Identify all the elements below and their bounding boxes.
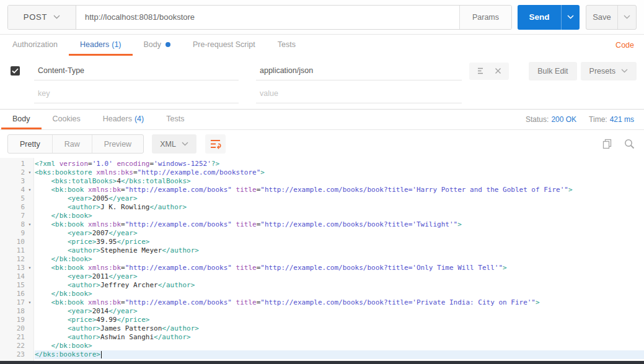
tab-label: Tests bbox=[166, 115, 184, 123]
line-number: 23 bbox=[0, 350, 25, 359]
send-label: Send bbox=[529, 12, 549, 22]
new-header-key-input[interactable]: key bbox=[34, 84, 239, 103]
code-line-13[interactable]: 13▾ <bk:book xmlns:bk="http://example.co… bbox=[0, 264, 644, 272]
tab-body[interactable]: Body bbox=[133, 35, 182, 56]
presets-button[interactable]: Presets bbox=[581, 62, 637, 80]
tab-pre-request-script[interactable]: Pre-request Script bbox=[182, 35, 267, 56]
code-link[interactable]: Code bbox=[607, 35, 643, 56]
params-button[interactable]: Params bbox=[459, 6, 511, 29]
line-number: 4 bbox=[0, 186, 25, 194]
line-number: 9 bbox=[0, 229, 25, 238]
fold-gutter bbox=[25, 229, 35, 238]
copy-button[interactable] bbox=[599, 137, 614, 152]
wrap-text-icon bbox=[210, 139, 221, 149]
code-line-18[interactable]: 18 <year>2014</year> bbox=[0, 307, 644, 316]
view-mode-raw-button[interactable]: Raw bbox=[52, 135, 92, 153]
code-line-9[interactable]: 9 <year>2007</year> bbox=[0, 229, 644, 238]
view-mode-pretty-button[interactable]: Pretty bbox=[8, 135, 52, 153]
response-toolbar: PrettyRawPreview XML bbox=[0, 130, 644, 158]
request-bar: POST http://localhost:8081/bookstore Par… bbox=[0, 0, 644, 35]
wrap-text-button[interactable] bbox=[205, 134, 226, 154]
fold-gutter bbox=[25, 307, 35, 316]
code-line-5[interactable]: 5 <year>2005</year> bbox=[0, 194, 644, 203]
save-button[interactable]: Save bbox=[586, 6, 617, 29]
code-text: <bk:book xmlns:bk="http://example.com/bo… bbox=[35, 298, 644, 307]
header-value-input[interactable]: application/json bbox=[256, 61, 462, 80]
fold-arrow-icon[interactable]: ▾ bbox=[25, 186, 35, 194]
row-menu-button[interactable] bbox=[477, 67, 485, 74]
code-line-11[interactable]: 11 <author>Stephenie Meyer</author> bbox=[0, 246, 644, 255]
new-header-value-input[interactable]: value bbox=[256, 84, 462, 103]
view-mode-group: PrettyRawPreview bbox=[7, 134, 144, 154]
code-text: <price>39.95</price> bbox=[35, 238, 644, 246]
code-line-14[interactable]: 14 <year>2011</year> bbox=[0, 272, 644, 281]
code-line-7[interactable]: 7 </bk:book> bbox=[0, 212, 644, 220]
fold-gutter bbox=[25, 238, 35, 246]
code-line-3[interactable]: 3 <bks:totalBooks>4</bks:totalBooks> bbox=[0, 177, 644, 186]
tab-cookies[interactable]: Cookies bbox=[42, 110, 92, 129]
code-text: <author>Jeffrey Archer</author> bbox=[35, 281, 644, 290]
search-button[interactable] bbox=[622, 137, 637, 152]
view-mode-preview-button[interactable]: Preview bbox=[92, 135, 143, 153]
code-text: </bk:book> bbox=[35, 290, 644, 298]
header-key-value: Content-Type bbox=[38, 66, 84, 75]
method-dropdown[interactable]: POST bbox=[8, 6, 76, 29]
code-line-15[interactable]: 15 <author>Jeffrey Archer</author> bbox=[0, 281, 644, 290]
code-line-22[interactable]: 22 </bk:book> bbox=[0, 342, 644, 350]
code-line-16[interactable]: 16 </bk:book> bbox=[0, 290, 644, 298]
code-line-4[interactable]: 4▾ <bk:book xmlns:bk="http://example.com… bbox=[0, 186, 644, 194]
code-line-1[interactable]: 1<?xml version='1.0' encoding='windows-1… bbox=[0, 160, 644, 168]
line-number: 2 bbox=[0, 168, 25, 177]
line-number: 3 bbox=[0, 177, 25, 186]
line-number: 14 bbox=[0, 272, 25, 281]
url-input[interactable]: http://localhost:8081/bookstore bbox=[76, 6, 459, 29]
code-line-10[interactable]: 10 <price>39.95</price> bbox=[0, 238, 644, 246]
tab-authorization[interactable]: Authorization bbox=[1, 35, 69, 56]
code-line-23[interactable]: 23</bks:bookstore> bbox=[0, 350, 644, 359]
fold-gutter bbox=[25, 290, 35, 298]
fold-arrow-icon[interactable]: ▾ bbox=[25, 298, 35, 307]
code-line-21[interactable]: 21 <author>Ashwin Sanghi</author> bbox=[0, 333, 644, 342]
code-editor[interactable]: 1<?xml version='1.0' encoding='windows-1… bbox=[0, 158, 644, 361]
line-number: 17 bbox=[0, 298, 25, 307]
format-dropdown[interactable]: XML bbox=[152, 134, 196, 154]
text-cursor bbox=[101, 351, 102, 358]
code-line-2[interactable]: 2▾<bks:bookstore xmlns:bks="http://examp… bbox=[0, 168, 644, 177]
chevron-down-icon bbox=[624, 15, 630, 19]
bulk-edit-label: Bulk Edit bbox=[537, 67, 568, 76]
tab-body[interactable]: Body bbox=[1, 110, 42, 129]
tab-headers[interactable]: Headers(1) bbox=[69, 35, 133, 56]
tab-tests[interactable]: Tests bbox=[267, 35, 307, 56]
save-dropdown-button[interactable] bbox=[617, 6, 636, 29]
fold-arrow-icon[interactable]: ▾ bbox=[25, 264, 35, 272]
line-number: 7 bbox=[0, 212, 25, 220]
status-label: Status: bbox=[526, 115, 549, 124]
header-checkbox[interactable] bbox=[11, 66, 20, 76]
bulk-edit-button[interactable]: Bulk Edit bbox=[529, 62, 576, 80]
format-label: XML bbox=[160, 140, 176, 149]
code-text: <author>Stephenie Meyer</author> bbox=[35, 246, 644, 255]
fold-arrow-icon[interactable]: ▾ bbox=[25, 168, 35, 177]
send-dropdown-button[interactable] bbox=[561, 5, 580, 30]
code-line-20[interactable]: 20 <author>James Patterson</author> bbox=[0, 324, 644, 333]
tab-tests[interactable]: Tests bbox=[155, 110, 195, 129]
code-line-6[interactable]: 6 <author>J K. Rowling</author> bbox=[0, 203, 644, 212]
time-label: Time: bbox=[589, 115, 607, 124]
response-meta: Status:200 OK Time:421 ms bbox=[526, 110, 643, 129]
fold-gutter bbox=[25, 212, 35, 220]
chevron-down-icon bbox=[567, 15, 574, 19]
tab-label: Headers bbox=[103, 115, 132, 123]
headers-editor: Content-Type application/json Bulk Edit … bbox=[0, 56, 644, 109]
fold-gutter bbox=[25, 324, 35, 333]
line-number: 20 bbox=[0, 324, 25, 333]
fold-gutter bbox=[25, 160, 35, 168]
header-key-input[interactable]: Content-Type bbox=[34, 61, 239, 80]
send-button[interactable]: Send bbox=[518, 5, 561, 30]
code-line-17[interactable]: 17▾ <bk:book xmlns:bk="http://example.co… bbox=[0, 298, 644, 307]
code-line-12[interactable]: 12 </bk:book> bbox=[0, 255, 644, 264]
code-line-19[interactable]: 19 <price>49.99</price> bbox=[0, 316, 644, 324]
fold-arrow-icon[interactable]: ▾ bbox=[25, 220, 35, 229]
code-line-8[interactable]: 8▾ <bk:book xmlns:bk="http://example.com… bbox=[0, 220, 644, 229]
remove-header-button[interactable] bbox=[495, 67, 501, 74]
tab-headers[interactable]: Headers(4) bbox=[92, 110, 156, 129]
